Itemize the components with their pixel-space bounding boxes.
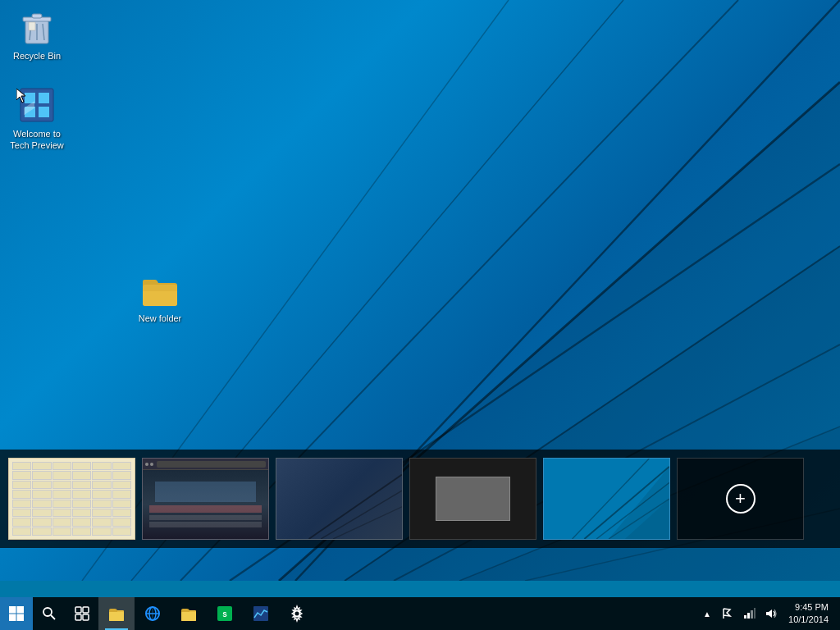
svg-point-61	[294, 611, 300, 617]
folder-image	[140, 270, 180, 309]
svg-rect-29	[143, 285, 177, 291]
add-desktop-button[interactable]: +	[677, 458, 804, 540]
store-icon: s	[216, 605, 234, 623]
volume-button[interactable]	[760, 597, 782, 630]
plus-icon: +	[735, 488, 746, 509]
svg-point-44	[43, 608, 52, 616]
recycle-bin-icon[interactable]: Recycle Bin	[4, 4, 70, 65]
taskbar: s ▲	[0, 597, 840, 630]
svg-rect-42	[9, 614, 16, 622]
flag-icon	[722, 607, 735, 620]
chevron-up-icon: ▲	[703, 609, 711, 619]
task-view-icon	[75, 606, 89, 621]
task-thumb-4[interactable]	[409, 458, 536, 540]
browser-preview	[143, 459, 268, 539]
svg-rect-60	[253, 606, 268, 621]
show-hidden-icons-button[interactable]: ▲	[696, 597, 718, 630]
system-tray: ▲ 9:45 PM	[696, 597, 840, 630]
stocks-taskbar[interactable]	[243, 597, 279, 630]
folder-taskbar-icon	[180, 605, 198, 623]
settings-taskbar[interactable]	[279, 597, 315, 630]
search-icon	[42, 606, 57, 621]
desktop2-preview	[544, 459, 669, 539]
recycle-bin-image	[17, 7, 57, 47]
task-thumb-5[interactable]	[543, 458, 670, 540]
task-strip: +	[0, 450, 840, 548]
svg-rect-22	[39, 93, 49, 103]
svg-rect-15	[32, 14, 42, 18]
folder-taskbar[interactable]	[171, 597, 207, 630]
stocks-icon	[252, 605, 270, 623]
svg-rect-64	[751, 610, 753, 619]
svg-rect-48	[75, 614, 81, 620]
desktop: Recycle Bin Welcome to Tech Preview	[0, 0, 840, 581]
task-thumb-2[interactable]	[142, 458, 269, 540]
settings-icon	[288, 605, 306, 623]
svg-rect-63	[747, 613, 750, 619]
search-button[interactable]	[33, 597, 66, 630]
svg-line-31	[321, 491, 402, 539]
add-circle-icon: +	[726, 484, 756, 514]
date-display: 10/1/2014	[788, 614, 829, 626]
spreadsheet-preview	[9, 459, 135, 539]
welcome-label: Welcome to Tech Preview	[7, 128, 66, 152]
start-button[interactable]	[0, 597, 33, 630]
svg-rect-24	[39, 107, 49, 117]
new-folder-label: New folder	[130, 313, 189, 324]
task-thumb-3[interactable]	[276, 458, 403, 540]
svg-rect-65	[754, 608, 756, 619]
svg-rect-49	[83, 614, 89, 620]
file-explorer-icon	[107, 605, 126, 623]
svg-line-45	[51, 615, 55, 619]
recycle-bin-label: Recycle Bin	[7, 50, 66, 62]
svg-line-30	[308, 475, 402, 539]
new-folder-icon[interactable]: New folder	[127, 267, 193, 327]
svg-rect-43	[17, 614, 25, 622]
network-icon	[743, 607, 756, 620]
windows-logo-icon	[8, 605, 25, 622]
svg-rect-47	[83, 607, 89, 613]
welcome-icon[interactable]: Welcome to Tech Preview	[4, 82, 70, 155]
svg-text:s: s	[222, 609, 227, 619]
task-thumb-1[interactable]	[8, 458, 135, 540]
svg-rect-51	[109, 612, 124, 621]
time-display: 9:45 PM	[788, 601, 829, 614]
store-taskbar[interactable]: s	[207, 597, 243, 630]
svg-rect-57	[181, 612, 196, 621]
action-center-button[interactable]	[718, 597, 739, 630]
svg-rect-40	[9, 606, 16, 614]
svg-rect-46	[75, 607, 81, 613]
dialog-preview	[410, 459, 536, 539]
ie-taskbar[interactable]	[135, 597, 171, 630]
file-explorer-taskbar[interactable]	[98, 597, 135, 630]
volume-icon	[765, 607, 778, 620]
ie-icon	[144, 605, 162, 623]
svg-rect-62	[744, 615, 746, 619]
welcome-image	[17, 85, 57, 125]
network-button[interactable]	[739, 597, 760, 630]
clock-display[interactable]: 9:45 PM 10/1/2014	[782, 601, 835, 627]
task-view-button[interactable]	[66, 597, 98, 630]
svg-rect-19	[29, 22, 35, 30]
svg-rect-41	[17, 606, 25, 614]
